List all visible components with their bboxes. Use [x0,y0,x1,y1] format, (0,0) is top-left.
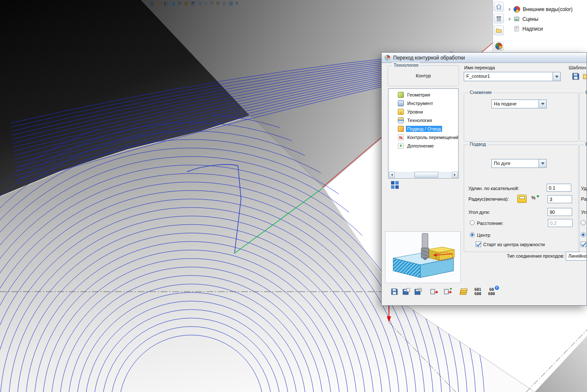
view-toolbar-icon[interactable]: ◧ [164,0,168,6]
retract-distance-radio[interactable] [581,220,586,225]
start-from-center-checkbox[interactable] [476,241,481,247]
save-as-icon [403,288,410,295]
view-toolbar-icon[interactable]: ◩ [191,0,195,6]
distance-input[interactable] [548,219,573,227]
export-operation-button[interactable] [429,287,440,297]
color-wheel-icon [513,6,520,13]
layers-stack-button[interactable] [458,287,468,297]
percent-of-diameter-icon[interactable]: % [531,195,538,202]
connection-type-dropdown[interactable]: Линейно [566,252,587,261]
view-toolbar-icon[interactable]: ⊡ [198,0,202,6]
section-geometry[interactable]: Геометрия [388,91,458,99]
application-window: ▦ ▤ ◧ ◨ ⊞ ▣ ◩ ⊡ ⌂ ▽ ⊕ ◇ ▥ ≡ [0,0,587,392]
approach-mode-dropdown[interactable]: По дуге [491,159,547,168]
view-toolbar-icon[interactable]: ▦ [150,0,154,6]
chevron-down-icon[interactable] [553,72,560,81]
distance-label: Расстояние: [477,221,503,226]
connection-type-label: Тип соединения проходов: [499,253,564,258]
section-tool[interactable]: Инструмент [388,99,458,108]
connection-type-value: Линейно [566,252,587,260]
retract-center-radio[interactable] [581,232,586,237]
export-add-button[interactable] [443,287,453,297]
save-all-icon [414,288,422,295]
feature-tree-panel: Внешние виды(color) Сцены Надписи [504,0,587,53]
template-open-button[interactable] [582,72,587,81]
view-toolbar-icon[interactable]: ⌂ [204,0,207,6]
view-toolbar-icon[interactable]: ◇ [222,0,226,6]
distance-radio[interactable] [470,220,475,225]
view-toolbar-icon[interactable]: ▽ [210,0,213,6]
feature-tree-item-appearances[interactable]: Внешние виды(color) [504,4,587,14]
technology-value: Контур [388,73,459,78]
save-as-button[interactable] [401,287,411,297]
gcode-line: G0 [488,287,495,292]
gcode-line: G01 [474,287,481,292]
technology-group-label: Технология [392,62,420,68]
save-operation-button[interactable] [389,287,400,297]
open-icon [582,72,587,80]
feature-tree-label: Внешние виды(color) [523,6,573,12]
radius-input[interactable] [547,195,572,203]
view-toolbar-icon[interactable]: ▤ [156,0,161,6]
expand-arrow-icon[interactable] [509,17,511,21]
arc-angle-input[interactable] [547,208,572,216]
chevron-down-icon[interactable] [539,159,546,168]
feature-tree-label: Сцены [522,16,538,22]
home-icon [496,3,502,10]
descent-mode-dropdown[interactable]: На подаче [491,99,547,108]
scroll-right-arrow-icon[interactable] [452,172,458,178]
retract-extension-label: Удл [581,186,587,191]
template-save-button[interactable] [572,72,580,81]
approach-mode-value: По дуге [492,159,539,168]
scrollbar-thumb[interactable] [414,172,438,178]
retract-group-label: Отвод [584,142,587,147]
section-label: Геометрия [406,92,431,98]
center-radio[interactable] [470,232,475,237]
chevron-down-icon[interactable] [539,100,546,108]
geometry-cube-icon [398,92,404,98]
retract-start-checkbox[interactable] [581,241,586,247]
tangent-extension-input[interactable] [547,184,571,192]
dialog-titlebar[interactable]: Переход контурной обработки [382,53,587,63]
save-icon [391,288,398,295]
section-technology[interactable]: Технология [388,116,458,125]
tile-windows-icon[interactable] [391,181,399,189]
view-toolbar-icon[interactable]: ≡ [235,0,238,6]
expand-arrow-icon[interactable] [509,8,511,11]
section-label: Подвод / Отвод [406,126,442,132]
tool-icon [398,100,404,106]
view-toolbar-icon[interactable]: ▥ [229,0,233,6]
gcode-line: G00 [474,292,481,296]
delete-button[interactable] [494,14,504,23]
save-all-button[interactable] [413,287,423,297]
feature-tree-item-scenes[interactable]: Сцены [504,14,587,24]
addition-plus-icon: + [398,143,404,149]
view-toolbar-icon[interactable]: ◨ [170,0,175,6]
section-levels[interactable]: ↓ Уровни [388,108,458,116]
retract-angle-label: Угол [581,210,587,215]
section-motion-control[interactable]: ⇆ Контроль перемещений [388,133,458,142]
section-label: Инструмент [406,100,434,106]
section-approach-retract[interactable]: Подвод / Отвод [388,125,458,133]
horizontal-scrollbar[interactable] [389,172,458,178]
side-toolbar [493,0,504,53]
scroll-left-arrow-icon[interactable] [389,172,395,178]
view-toolbar-icon[interactable]: ⊞ [178,0,181,6]
transition-name-combobox[interactable]: F_contour1 [464,72,561,81]
section-label: Технология [406,117,433,123]
calculator-icon[interactable] [517,195,527,203]
scrollbar-track[interactable] [395,172,452,178]
open-folder-button[interactable] [494,26,504,35]
view-toolbar-icon[interactable]: ⊕ [216,0,220,6]
layers-stack-icon [459,288,468,295]
gcode-help-button[interactable]: ? G0 G00 [488,287,495,296]
section-addition[interactable]: + Дополнение [388,142,458,150]
template-label: Шаблон [569,65,586,70]
view-toolbar-icon[interactable]: ▣ [184,0,188,6]
gcode-mode-button[interactable]: G01 G00 [474,287,481,296]
radius-label: Радиус(величина): [468,196,509,202]
feature-tree-item-annotations[interactable]: Надписи [504,24,587,34]
home-button[interactable] [494,2,504,11]
levels-icon: ↓ [398,109,404,115]
appearance-button[interactable] [494,41,504,51]
